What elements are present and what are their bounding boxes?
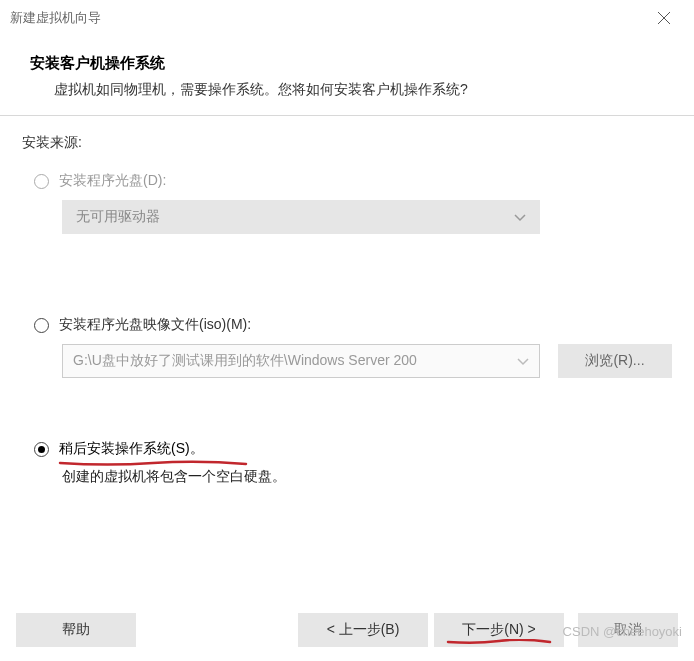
iso-row: G:\U盘中放好了测试课用到的软件\Windows Server 200 浏览(… [62, 344, 672, 378]
radio-later[interactable] [34, 442, 49, 457]
help-button[interactable]: 帮助 [16, 613, 136, 647]
help-button-label: 帮助 [62, 621, 90, 639]
option-later-label: 稍后安装操作系统(S)。 [59, 440, 204, 458]
iso-path-text: G:\U盘中放好了测试课用到的软件\Windows Server 200 [73, 352, 417, 370]
option-iso-row[interactable]: 安装程序光盘映像文件(iso)(M): [34, 316, 672, 334]
option-disc-label: 安装程序光盘(D): [59, 172, 166, 190]
cancel-button[interactable]: 取消 [578, 613, 678, 647]
option-later-description: 创建的虚拟机将包含一个空白硬盘。 [62, 468, 672, 486]
next-button-label: 下一步(N) > [462, 621, 536, 639]
footer: 帮助 < 上一步(B) 下一步(N) > 取消 [0, 613, 694, 647]
iso-path-input[interactable]: G:\U盘中放好了测试课用到的软件\Windows Server 200 [62, 344, 540, 378]
option-iso: 安装程序光盘映像文件(iso)(M): G:\U盘中放好了测试课用到的软件\Wi… [34, 316, 672, 378]
disc-dropdown-text: 无可用驱动器 [76, 208, 160, 226]
titlebar: 新建虚拟机向导 [0, 0, 694, 36]
option-later-row[interactable]: 稍后安装操作系统(S)。 [34, 440, 672, 458]
close-icon [657, 11, 671, 25]
option-disc-row[interactable]: 安装程序光盘(D): [34, 172, 672, 190]
radio-disc[interactable] [34, 174, 49, 189]
wizard-header: 安装客户机操作系统 虚拟机如同物理机，需要操作系统。您将如何安装客户机操作系统? [0, 36, 694, 115]
source-label: 安装来源: [22, 134, 672, 152]
chevron-down-icon [514, 209, 526, 225]
annotation-underline [446, 639, 552, 645]
option-iso-label: 安装程序光盘映像文件(iso)(M): [59, 316, 251, 334]
page-description: 虚拟机如同物理机，需要操作系统。您将如何安装客户机操作系统? [54, 81, 664, 99]
window-title: 新建虚拟机向导 [10, 9, 644, 27]
back-button-label: < 上一步(B) [327, 621, 400, 639]
annotation-underline [58, 460, 248, 466]
cancel-button-label: 取消 [614, 621, 642, 639]
option-disc: 安装程序光盘(D): 无可用驱动器 [34, 172, 672, 234]
option-later: 稍后安装操作系统(S)。 创建的虚拟机将包含一个空白硬盘。 [34, 440, 672, 486]
back-button[interactable]: < 上一步(B) [298, 613, 428, 647]
page-title: 安装客户机操作系统 [30, 54, 664, 73]
browse-button-label: 浏览(R)... [585, 352, 644, 370]
radio-iso[interactable] [34, 318, 49, 333]
content-area: 安装来源: 安装程序光盘(D): 无可用驱动器 安装程序光盘映像文件(iso)(… [0, 116, 694, 486]
chevron-down-icon [517, 353, 529, 369]
browse-button[interactable]: 浏览(R)... [558, 344, 672, 378]
next-button[interactable]: 下一步(N) > [434, 613, 564, 647]
disc-dropdown[interactable]: 无可用驱动器 [62, 200, 540, 234]
close-button[interactable] [644, 3, 684, 33]
